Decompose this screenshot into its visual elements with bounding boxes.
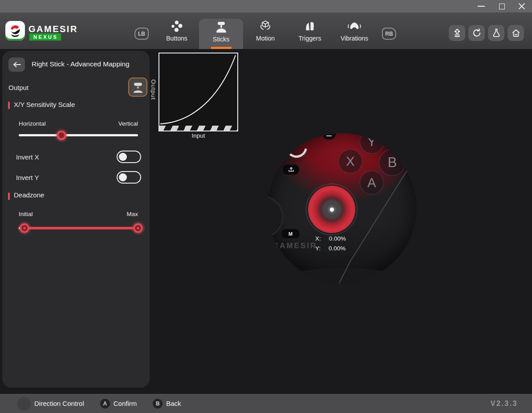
- brand-subname: NEXUS: [29, 33, 61, 41]
- deadzone-slider-fill: [24, 227, 138, 229]
- direction-stick-icon: [17, 397, 31, 410]
- maximize-button[interactable]: [493, 0, 511, 12]
- stick-center-dot: [330, 208, 334, 212]
- home-button[interactable]: [508, 25, 524, 41]
- lb-badge: LB: [134, 28, 149, 40]
- close-icon: [518, 3, 525, 10]
- gamesir-bird-icon: [5, 21, 25, 41]
- output-label: Output: [8, 84, 28, 91]
- left-shell-edge: [267, 196, 283, 238]
- controller-grip-seam: [267, 268, 417, 283]
- m-button: M: [281, 229, 300, 238]
- trigger-icon: [303, 18, 317, 33]
- a-button-badge: A: [100, 399, 110, 409]
- close-button[interactable]: [513, 0, 531, 12]
- svg-text:R: R: [137, 86, 139, 89]
- tab-triggers[interactable]: Triggers: [290, 18, 330, 49]
- panel-title: Right Stick - Advanced Mapping: [32, 60, 130, 68]
- share-icon: [288, 167, 295, 172]
- stick-icon: [215, 19, 228, 34]
- back-hint: Back: [166, 400, 181, 407]
- y-readout-label: Y:: [315, 245, 321, 252]
- sensitivity-slider-track[interactable]: [19, 134, 138, 136]
- brand-name: GAMESIR: [28, 24, 78, 34]
- back-arrow-icon: [12, 61, 21, 68]
- response-curve-graph: [158, 53, 238, 131]
- back-button[interactable]: [8, 57, 25, 72]
- horizontal-label: Horizontal: [19, 120, 46, 127]
- active-tab-indicator: [211, 47, 231, 49]
- response-curve: [159, 53, 237, 131]
- home-icon: [511, 28, 521, 38]
- invert-y-toggle-knob: [119, 173, 127, 181]
- advanced-mapping-panel: Right Stick - Advanced Mapping Output R …: [2, 51, 150, 388]
- graph-y-axis-label: Output: [150, 79, 157, 100]
- x-readout-label: X:: [315, 235, 321, 242]
- x-face-button: X: [338, 149, 362, 173]
- invert-y-toggle[interactable]: [117, 171, 141, 184]
- controller-preview: Y X B A M GAMESIR X:0.00% Y:0.00%: [267, 133, 417, 283]
- max-label: Max: [126, 211, 138, 217]
- tab-motion-label: Motion: [256, 35, 275, 42]
- y-face-button: Y: [360, 133, 384, 154]
- section-accent-bar: [8, 192, 10, 200]
- deadzone-max-thumb[interactable]: [133, 223, 143, 233]
- invert-y-label: Invert Y: [16, 174, 39, 181]
- motion-icon: [259, 18, 272, 33]
- tab-buttons[interactable]: Buttons: [157, 18, 197, 49]
- titlebar: [0, 0, 532, 12]
- invert-x-label: Invert X: [16, 153, 39, 161]
- a-face-button: A: [360, 171, 384, 195]
- rb-badge: RB: [382, 28, 396, 40]
- reset-icon: [471, 28, 482, 38]
- maximize-icon: [499, 4, 505, 9]
- sensitivity-section-title: X/Y Sensitivity Scale: [14, 101, 75, 108]
- direction-control-hint: Direction Control: [34, 400, 84, 407]
- upload-button[interactable]: [449, 25, 465, 41]
- b-face-button: B: [379, 149, 406, 176]
- view-button-mark: [326, 135, 332, 136]
- y-axis-readout: Y:0.00%: [315, 245, 345, 252]
- minimize-icon: [478, 6, 485, 7]
- minimize-button[interactable]: [472, 0, 490, 12]
- app-version: V2.3.3: [491, 400, 518, 408]
- x-readout-value: 0.00%: [329, 235, 346, 242]
- sensitivity-slider-thumb[interactable]: [57, 131, 66, 140]
- tab-buttons-label: Buttons: [166, 35, 187, 42]
- right-stick: [308, 186, 355, 233]
- invert-x-toggle-knob: [119, 153, 127, 161]
- graph-x-axis-label: Input: [158, 132, 238, 139]
- upload-icon: [452, 28, 463, 38]
- b-button-badge: B: [153, 399, 162, 409]
- footer-hint-bar: Direction Control A Confirm B Back V2.3.…: [0, 394, 532, 413]
- vibration-icon: [346, 18, 362, 33]
- confirm-hint: Confirm: [114, 400, 137, 407]
- section-accent-bar: [8, 102, 10, 109]
- tab-sticks[interactable]: Sticks: [199, 19, 243, 49]
- tab-triggers-label: Triggers: [299, 35, 321, 42]
- initial-label: Initial: [19, 211, 33, 217]
- tab-vibrations-label: Vibrations: [341, 35, 368, 42]
- output-stick-button[interactable]: R: [128, 78, 147, 97]
- app-window: GAMESIR NEXUS LB RB Buttons Sticks: [0, 0, 532, 413]
- flask-icon: [491, 28, 502, 38]
- x-axis-readout: X:0.00%: [315, 235, 346, 242]
- tab-motion[interactable]: Motion: [245, 18, 285, 49]
- deadzone-hatched-band: [159, 126, 237, 131]
- dpad-icon: [170, 18, 183, 33]
- gamesir-logo: [5, 21, 25, 41]
- tab-sticks-label: Sticks: [213, 36, 229, 43]
- invert-x-toggle[interactable]: [117, 151, 141, 163]
- tab-vibrations[interactable]: Vibrations: [332, 18, 377, 49]
- speaker-ring-icon: [282, 133, 312, 162]
- share-button: [283, 164, 299, 175]
- view-button: [322, 133, 336, 139]
- navbar: GAMESIR NEXUS LB RB Buttons Sticks: [0, 12, 532, 49]
- y-readout-value: 0.00%: [329, 245, 345, 252]
- controller-brand-text: GAMESIR: [272, 241, 317, 250]
- deadzone-initial-thumb[interactable]: [20, 223, 29, 233]
- reset-button[interactable]: [468, 25, 485, 41]
- right-stick-icon: R: [132, 81, 144, 94]
- test-button[interactable]: [488, 25, 504, 41]
- vertical-label: Vertical: [118, 120, 138, 127]
